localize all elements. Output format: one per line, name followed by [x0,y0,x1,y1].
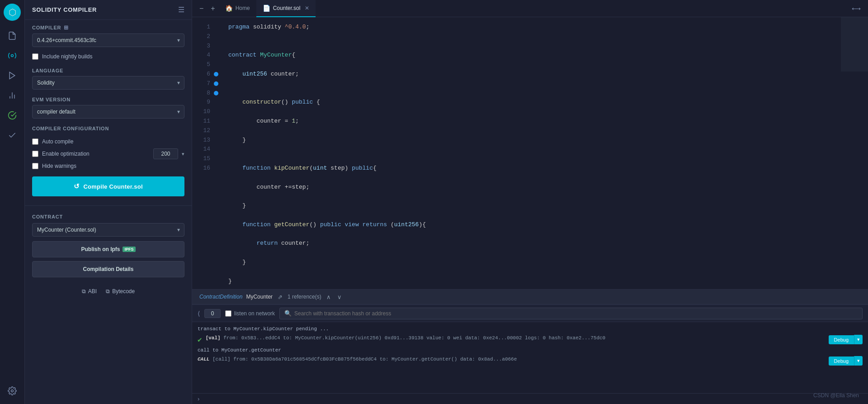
hide-warnings-checkbox[interactable] [32,163,38,169]
log-call-text: [call] from: 0x5B38Da6a701c568545dCfcB03… [212,356,517,362]
main-content: − + 🏠 Home 📄 Counter.sol ✕ ⟷ 1 2 3 4 5 6… [192,0,868,404]
compiler-version-wrapper: 0.4.26+commit.4563c3fc0.5.17+commit.d19b… [32,33,184,47]
breakpoint-6 [214,72,218,76]
compiler-version-select[interactable]: 0.4.26+commit.4563c3fc0.5.17+commit.d19b… [32,33,184,47]
debug-chevron-2[interactable]: ▾ [854,356,863,366]
contract-label: CONTRACT [32,214,184,219]
compilation-details-label: Compilation Details [83,266,133,272]
contract-select[interactable]: MyCounter (Counter.sol) [32,223,184,237]
zoom-out-button[interactable]: − [196,3,207,14]
hide-warnings-row: Hide warnings [25,161,192,171]
publish-ipfs-label: Publish on Ipfs [81,246,120,252]
call-label-text: call to MyCounter.getCounter [198,347,281,353]
success-check-icon: ✔ [198,335,202,344]
line-numbers: 1 2 3 4 5 6 7 8 9 10 11 12 13 14 15 16 [192,17,214,289]
optimization-checkbox[interactable] [32,151,38,157]
log-call-tag: CALL [198,356,209,362]
listen-checkbox[interactable] [225,310,231,317]
evm-version-label: EVM VERSION [32,97,184,102]
contract-section: CONTRACT MyCounter (Counter.sol) [25,209,192,241]
editor-container[interactable]: 1 2 3 4 5 6 7 8 9 10 11 12 13 14 15 16 [192,17,868,289]
divider-1 [25,205,192,206]
evm-version-section: EVM VERSION compiler default [25,92,192,121]
evm-version-select[interactable]: compiler default [32,105,184,119]
search-icon: 🔍 [284,310,292,317]
auto-compile-checkbox[interactable] [32,138,38,145]
auto-compile-label: Auto compile [42,138,184,145]
pending-text: transact to MyCounter.kipCounter pending… [198,326,329,332]
svg-point-0 [11,55,14,57]
breakpoint-7 [214,81,218,86]
logo-icon: ⬡ [9,7,16,18]
debug-actions-2: Debug ▾ [829,356,863,366]
contract-name-label: MyCounter [246,294,273,300]
language-select[interactable]: Solidity [32,76,184,90]
watermark: CSDN @Ella Shen [813,392,859,399]
log-success-content: [val] from: 0x5B3...eddC4 to: MyCounter.… [206,335,825,341]
abi-label: ABI [88,288,97,295]
nightly-builds-checkbox[interactable] [32,53,38,60]
sidebar-title: SOLIDITY COMPILER [32,6,97,13]
copy-bytecode-icon: ⧉ [106,288,110,295]
console-bottom-expand[interactable]: › [192,393,868,404]
counter-sol-tab-close[interactable]: ✕ [305,5,309,11]
compile-button[interactable]: ↺ Compile Counter.sol [32,176,184,196]
language-section: LANGUAGE Solidity [25,63,192,92]
compilation-details-button[interactable]: Compilation Details [32,261,184,277]
compiler-section: COMPILER ⊞ 0.4.26+commit.4563c3fc0.5.17+… [25,20,192,50]
compiler-icon[interactable] [4,47,21,64]
log-call-content: CALL [call] from: 0x5B38Da6a701c568545dC… [198,356,825,362]
nightly-builds-row: Include nightly builds [25,50,192,63]
sidebar-menu-icon[interactable]: ☰ [178,5,184,14]
tab-home[interactable]: 🏠 Home [219,0,256,17]
deploy-icon[interactable] [4,67,21,84]
test-icon[interactable] [4,127,21,144]
compile-icon: ↺ [74,182,80,190]
auto-compile-row: Auto compile [25,137,192,147]
log-val-text: from: 0x5B3...eddC4 to: MyCounter.kipCou… [223,335,605,341]
log-call-row: CALL [call] from: 0x5B38Da6a701c568545dC… [198,354,863,367]
console-counter: 0 [204,309,221,318]
analytics-icon[interactable] [4,87,21,104]
tab-counter-sol[interactable]: 📄 Counter.sol ✕ [256,0,316,17]
files-icon[interactable] [4,27,21,44]
compiler-info-icon[interactable]: ⊞ [64,24,69,31]
console-expand-icon[interactable]: ⟨ [198,310,200,317]
debug-button-2[interactable]: Debug [829,356,854,366]
zoom-in-button[interactable]: + [207,3,218,14]
ref-prev-button[interactable]: ∧ [325,294,332,300]
verified-icon[interactable] [4,107,21,124]
counter-sol-tab-icon: 📄 [263,5,270,12]
code-editor[interactable]: pragma solidity ^0.4.0; contract MyCount… [221,17,868,289]
hide-warnings-label: Hide warnings [42,163,184,169]
expand-console-icon: › [198,395,199,402]
listen-label: listen on network [234,310,275,317]
tabs-right-arrow-icon: ⟷ [848,3,864,14]
debug-chevron-1[interactable]: ▾ [854,335,863,344]
optimization-arrow-icon: ▾ [182,151,184,157]
bytecode-button[interactable]: ⧉ Bytecode [106,288,135,295]
console-area: ⟨ 0 listen on network 🔍 transact to MyCo… [192,304,868,404]
debug-button-1[interactable]: Debug [829,335,854,344]
evm-select-wrapper: compiler default [32,105,184,119]
console-toolbar: ⟨ 0 listen on network 🔍 [192,305,868,322]
compiler-label: COMPILER ⊞ [32,24,184,31]
contract-link-icon[interactable]: ⇗ [276,294,284,300]
debug-actions-1: Debug ▾ [829,335,863,344]
abi-button[interactable]: ⧉ ABI [82,288,97,295]
language-label: LANGUAGE [32,68,184,73]
top-bar: − + 🏠 Home 📄 Counter.sol ✕ ⟷ [192,0,868,17]
home-tab-icon: 🏠 [225,5,233,12]
optimization-value-input[interactable] [153,148,178,159]
app-logo: ⬡ [4,4,21,21]
ref-next-button[interactable]: ∨ [336,294,343,300]
ref-count: 1 reference(s) [288,294,321,300]
optimization-row: Enable optimization ▾ [25,147,192,161]
icon-bar: ⬡ [0,0,25,404]
settings-icon[interactable] [4,382,21,399]
copy-abi-icon: ⧉ [82,288,86,295]
publish-ipfs-button[interactable]: Publish on Ipfs IPFS [32,241,184,257]
code-area: 1 2 3 4 5 6 7 8 9 10 11 12 13 14 15 16 [192,17,868,404]
console-search-input[interactable] [294,310,858,317]
mini-map [841,17,868,71]
